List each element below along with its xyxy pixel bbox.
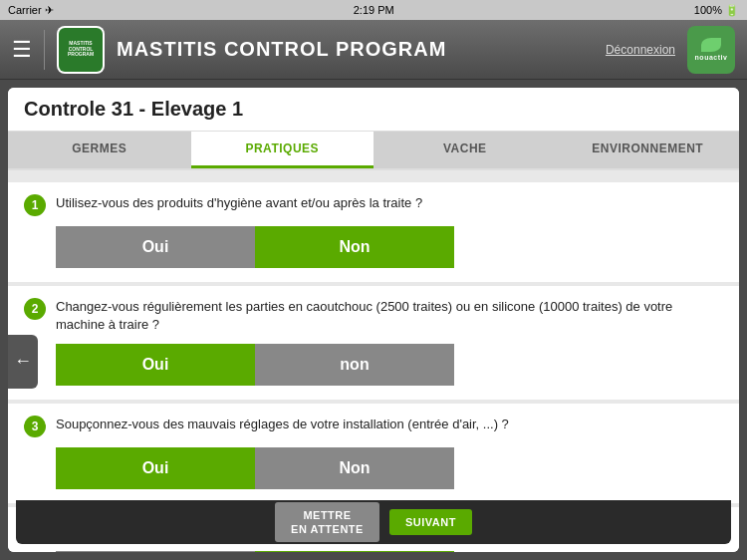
brand-name: nouactiv <box>695 54 728 61</box>
oui-button-q1[interactable]: Oui <box>56 226 255 268</box>
tab-pratiques[interactable]: PRATIQUES <box>191 132 374 168</box>
menu-icon[interactable]: ☰ <box>12 39 32 61</box>
answer-row-4: OuiNon <box>56 551 723 552</box>
answer-row-1: OuiNon <box>56 226 723 268</box>
question-header-2: 2Changez-vous régulièrement les parties … <box>24 298 723 334</box>
time-text: 2:19 PM <box>354 4 394 16</box>
non-button-q4[interactable]: Non <box>255 551 454 552</box>
question-header-3: 3Soupçonnez-vous des mauvais réglages de… <box>24 416 723 437</box>
suivant-button[interactable]: SUIVANT <box>389 509 472 535</box>
question-text-1: Utilisez-vous des produits d'hygiène ava… <box>56 194 422 212</box>
content-area: ← 1Utilisez-vous des produits d'hygiène … <box>8 170 739 552</box>
question-block-2: 2Changez-vous régulièrement les parties … <box>8 286 739 400</box>
question-text-2: Changez-vous régulièrement les parties e… <box>56 298 723 334</box>
question-number-1: 1 <box>24 194 46 216</box>
brand-leaf-icon <box>701 38 721 52</box>
back-button[interactable]: ← <box>8 335 38 389</box>
deconnexion-button[interactable]: Déconnexion <box>606 43 675 57</box>
bottom-bar: METTREEN ATTENTE SUIVANT <box>16 500 731 544</box>
question-block-3: 3Soupçonnez-vous des mauvais réglages de… <box>8 404 739 503</box>
tab-environnement[interactable]: ENVIRONNEMENT <box>557 132 740 168</box>
answer-row-2: Ouinon <box>56 344 723 386</box>
question-text-3: Soupçonnez-vous des mauvais réglages de … <box>56 416 509 433</box>
header: ☰ MASTITISCONTROLPROGRAM MASTITIS CONTRO… <box>0 20 747 80</box>
question-number-2: 2 <box>24 298 46 320</box>
header-divider <box>44 30 45 70</box>
oui-button-q4[interactable]: Oui <box>56 551 255 552</box>
attente-button[interactable]: METTREEN ATTENTE <box>275 502 379 543</box>
page-title: Controle 31 - Elevage 1 <box>8 88 739 132</box>
app-title: MASTITIS CONTROL PROGRAM <box>117 38 594 61</box>
non-button-q2[interactable]: non <box>255 344 454 386</box>
battery-text: 100% 🔋 <box>694 4 739 17</box>
tab-vache[interactable]: VACHE <box>374 132 557 168</box>
question-number-3: 3 <box>24 416 46 437</box>
answer-row-3: OuiNon <box>56 447 723 489</box>
status-bar: Carrier ✈ 2:19 PM 100% 🔋 <box>0 0 747 20</box>
question-block-1: 1Utilisez-vous des produits d'hygiène av… <box>8 182 739 282</box>
brand-logo: nouactiv <box>687 26 735 74</box>
questions-list: 1Utilisez-vous des produits d'hygiène av… <box>8 182 739 552</box>
page-container: Controle 31 - Elevage 1 GERMES PRATIQUES… <box>8 88 739 552</box>
tab-germes[interactable]: GERMES <box>8 132 191 168</box>
app-logo: MASTITISCONTROLPROGRAM <box>57 26 105 74</box>
question-header-1: 1Utilisez-vous des produits d'hygiène av… <box>24 194 723 216</box>
tabs-bar: GERMES PRATIQUES VACHE ENVIRONNEMENT <box>8 132 739 170</box>
carrier-text: Carrier ✈ <box>8 4 54 17</box>
oui-button-q3[interactable]: Oui <box>56 447 255 489</box>
non-button-q1[interactable]: Non <box>255 226 454 268</box>
oui-button-q2[interactable]: Oui <box>56 344 255 386</box>
non-button-q3[interactable]: Non <box>255 447 454 489</box>
